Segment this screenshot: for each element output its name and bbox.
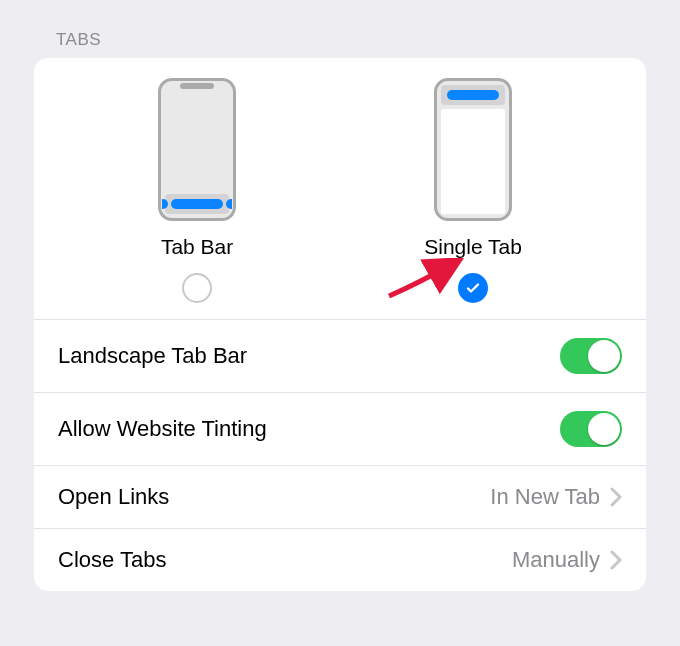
row-label: Close Tabs [58,547,166,573]
section-header-tabs: TABS [0,0,680,58]
row-landscape-tab-bar[interactable]: Landscape Tab Bar [34,319,646,392]
layout-option-tab-bar[interactable]: Tab Bar [158,78,236,303]
layout-option-label: Single Tab [424,235,522,259]
row-label: Landscape Tab Bar [58,343,247,369]
row-label: Open Links [58,484,169,510]
row-value: Manually [512,547,600,573]
single-tab-preview-icon [434,78,512,221]
layout-option-single-tab[interactable]: Single Tab [424,78,522,303]
tab-bar-preview-icon [158,78,236,221]
tabs-settings-card: Tab Bar Single Tab [34,58,646,591]
toggle-landscape-tab-bar[interactable] [560,338,622,374]
toggle-allow-website-tinting[interactable] [560,411,622,447]
tab-layout-picker: Tab Bar Single Tab [34,58,646,319]
row-value: In New Tab [490,484,600,510]
row-close-tabs[interactable]: Close Tabs Manually [34,528,646,591]
radio-checked-icon[interactable] [458,273,488,303]
chevron-right-icon [610,550,622,570]
layout-option-label: Tab Bar [161,235,233,259]
row-label: Allow Website Tinting [58,416,267,442]
radio-unchecked-icon[interactable] [182,273,212,303]
chevron-right-icon [610,487,622,507]
row-open-links[interactable]: Open Links In New Tab [34,465,646,528]
row-allow-website-tinting[interactable]: Allow Website Tinting [34,392,646,465]
